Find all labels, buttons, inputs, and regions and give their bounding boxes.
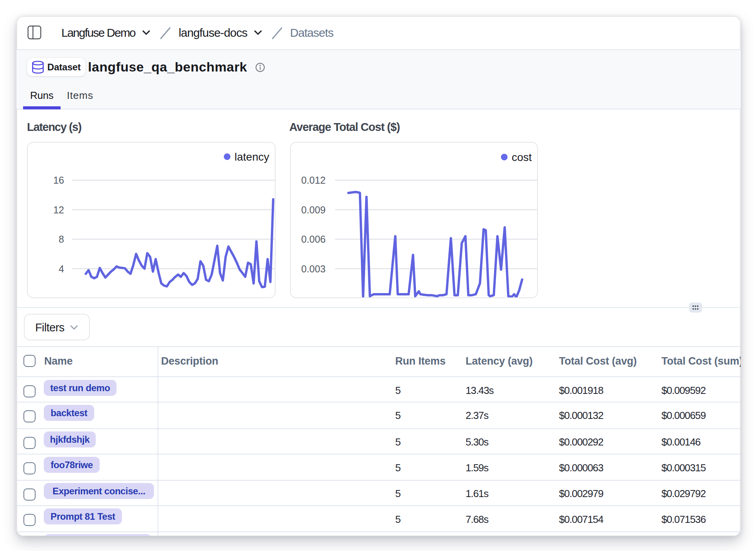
svg-text:cost: cost bbox=[512, 151, 532, 163]
svg-text:0.012: 0.012 bbox=[301, 175, 326, 186]
svg-text:0.009: 0.009 bbox=[301, 204, 326, 215]
svg-text:12: 12 bbox=[53, 204, 64, 215]
svg-text:8: 8 bbox=[59, 234, 64, 245]
svg-text:latency: latency bbox=[235, 151, 269, 163]
svg-text:0.006: 0.006 bbox=[301, 234, 326, 245]
svg-text:4: 4 bbox=[59, 263, 64, 274]
svg-text:16: 16 bbox=[53, 175, 64, 186]
svg-text:0.003: 0.003 bbox=[301, 263, 326, 274]
